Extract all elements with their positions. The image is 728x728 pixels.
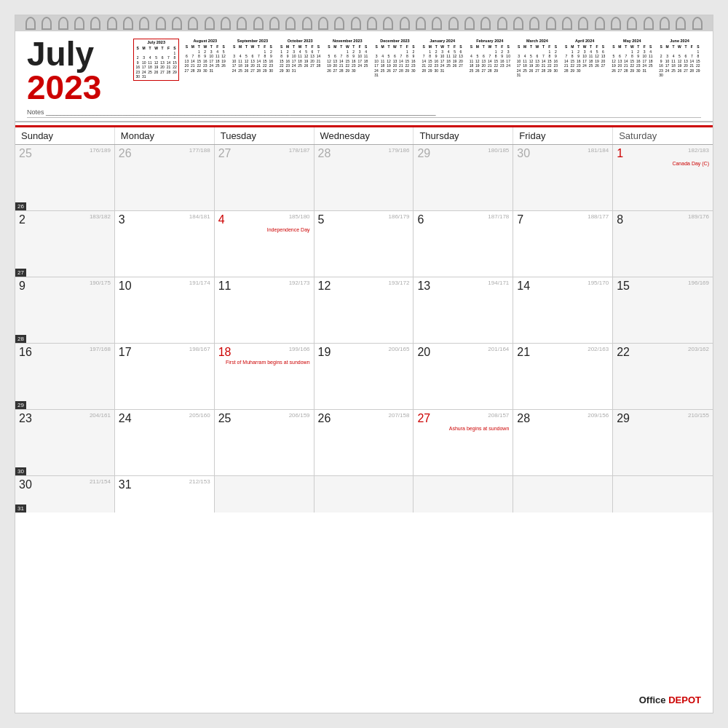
mini-cal-day xyxy=(547,73,553,78)
mini-cal-grid: SMTWTFS123456789101112131415161718192021… xyxy=(515,44,558,78)
day-cell: 8189/176 xyxy=(613,211,713,277)
spiral-loop xyxy=(188,17,198,30)
mini-cal-grid: SMTWTFS123456789101112131415161718192021… xyxy=(183,44,226,73)
spiral-loop xyxy=(318,17,328,30)
mini-cal-day: 28 xyxy=(623,68,629,74)
day-cell: 28179/186 xyxy=(314,145,414,210)
spiral-loop xyxy=(253,17,264,30)
day-header-thursday: Thursday xyxy=(414,127,513,144)
day-header-monday: Monday xyxy=(115,127,215,144)
day-code: 202/163 xyxy=(587,346,609,352)
mini-cal-day xyxy=(398,73,404,78)
mini-cal-day: 26 xyxy=(243,68,249,74)
day-code: 205/160 xyxy=(189,412,210,419)
day-cell: 20201/164 xyxy=(414,344,513,409)
spiral-loop xyxy=(205,17,215,30)
day-code: 190/175 xyxy=(90,280,111,286)
spiral-loop xyxy=(644,17,654,30)
mini-cal-grid: SMTWTFS123456789101112131415161718192021… xyxy=(373,44,416,78)
mini-cal-day xyxy=(600,68,606,74)
mini-cal-title: February 2024 xyxy=(468,39,511,44)
mini-cal-day xyxy=(451,68,457,74)
day-cell: 10191/174 xyxy=(115,277,215,343)
day-cell xyxy=(215,476,314,513)
spiral-loop xyxy=(74,17,84,30)
day-code: 204/161 xyxy=(90,412,111,419)
mini-cal-day: 30 xyxy=(135,74,141,79)
day-cell xyxy=(314,476,414,513)
mini-cal-day xyxy=(695,73,701,78)
mini-cal-4: November 2023SMTWTFS12345678910111213141… xyxy=(326,39,369,81)
mini-cal-3: October 2023SMTWTFS123456789101112131415… xyxy=(279,39,322,81)
mini-cal-6: January 2024SMTWTFS123456789101112131415… xyxy=(421,39,464,81)
mini-cal-day: 31 xyxy=(290,68,296,74)
day-cell: 29210/155 xyxy=(613,410,713,475)
week-number-badge: 27 xyxy=(15,269,26,277)
spiral-loop xyxy=(58,17,68,30)
day-code: 184/181 xyxy=(189,213,210,220)
spiral-loop xyxy=(562,17,572,30)
day-cell: 4185/180Independence Day xyxy=(215,211,314,277)
spiral-loop xyxy=(546,17,556,30)
spiral-loop xyxy=(676,17,686,30)
mini-cal-day: 26 xyxy=(475,68,480,74)
mini-cal-day xyxy=(676,73,682,78)
mini-cal-title: August 2023 xyxy=(183,39,226,44)
mini-cal-day xyxy=(528,73,534,78)
spiral-loop xyxy=(400,17,410,30)
spiral-loop xyxy=(302,17,312,30)
mini-cal-8: March 2024SMTWTFS12345678910111213141516… xyxy=(515,39,558,81)
day-cell: 6187/178 xyxy=(414,211,513,277)
day-code: 196/169 xyxy=(688,280,709,286)
month-title: July 2023 xyxy=(27,37,122,104)
spiral-loop xyxy=(383,17,393,30)
day-code: 182/183 xyxy=(688,147,709,154)
day-code: 199/166 xyxy=(289,346,310,352)
spiral-loop xyxy=(41,17,52,30)
day-code: 183/182 xyxy=(90,213,111,220)
day-cell: 16197/168 xyxy=(15,344,115,409)
mini-cal-9: April 2024SMTWTFS12345678910111213141516… xyxy=(563,39,606,81)
spiral-binding xyxy=(15,15,713,31)
spiral-loop xyxy=(611,17,621,30)
spiral-loop xyxy=(448,17,459,30)
mini-cal-7: February 2024SMTWTFS12345678910111213141… xyxy=(468,39,511,81)
mini-cal-grid: SMTWTFS123456789101112131415161718192021… xyxy=(658,44,701,78)
week-row-0: 2625176/18926177/18827178/18728179/18629… xyxy=(15,145,713,211)
spiral-loop xyxy=(432,17,442,30)
mini-cal-day: 31 xyxy=(439,68,445,74)
day-event: Ashura begins at sundown xyxy=(417,426,509,432)
mini-cal-day xyxy=(458,68,464,74)
week-number-badge: 29 xyxy=(15,401,26,409)
mini-cal-5: December 2023SMTWTFS12345678910111213141… xyxy=(373,39,416,81)
mini-cal-title: January 2024 xyxy=(421,39,464,44)
day-code: 187/178 xyxy=(488,213,509,220)
day-code: 191/174 xyxy=(189,280,210,286)
mini-cal-title: December 2023 xyxy=(373,39,416,44)
mini-cal-day xyxy=(411,73,416,78)
mini-cal-day: 28 xyxy=(256,68,261,74)
day-cell: 9190/175 xyxy=(15,277,115,343)
week-number-badge: 31 xyxy=(15,505,26,513)
mini-cal-day xyxy=(147,74,153,79)
mini-cal-day: 30 xyxy=(433,68,439,74)
spiral-loop xyxy=(627,17,637,30)
mini-cal-day: 27 xyxy=(250,68,256,74)
mini-cal-day: 26 xyxy=(611,68,617,74)
mini-cal-grid: SMTWTFS123456789101112131415161718192021… xyxy=(611,44,654,73)
day-cell: 26207/158 xyxy=(314,410,414,475)
mini-cal-day: 25 xyxy=(468,68,474,74)
mini-cal-day: 28 xyxy=(339,68,344,74)
week-row-3: 2916197/16817198/16718199/166First of Mu… xyxy=(15,344,713,410)
day-cell: 2183/182 xyxy=(15,211,115,277)
day-code: 192/173 xyxy=(289,280,310,286)
mini-cal-day xyxy=(647,68,653,74)
mini-cal-day xyxy=(446,68,451,74)
day-header-friday: Friday xyxy=(513,127,613,144)
mini-cal-day xyxy=(404,73,410,78)
mini-cal-day xyxy=(534,73,540,78)
day-cell: 21202/163 xyxy=(513,344,613,409)
mini-cal-day xyxy=(309,68,315,74)
mini-cal-day: 30 xyxy=(636,68,641,74)
day-code: 185/180 xyxy=(289,213,310,220)
